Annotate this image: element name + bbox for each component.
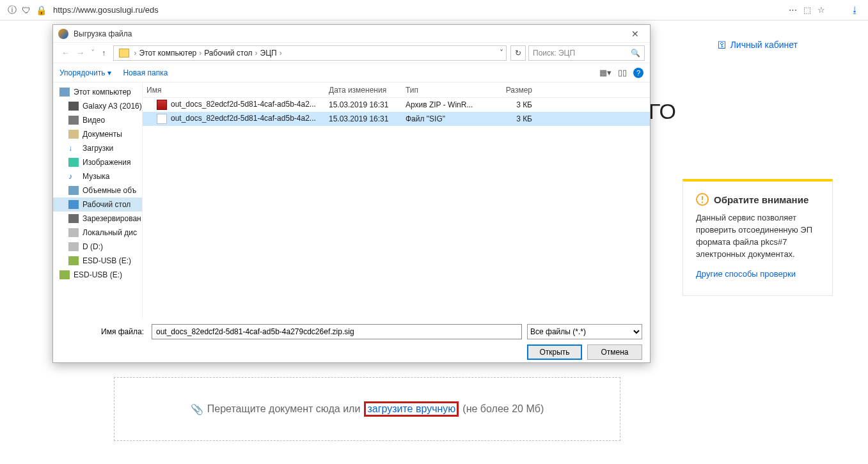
shield-icon[interactable]: 🛡 (22, 5, 31, 15)
info-body: Данный сервис позволяет проверить отсоед… (696, 212, 819, 260)
view-mode-button[interactable]: ▦▾ (599, 68, 612, 77)
tree-item[interactable]: Изображения (53, 155, 142, 169)
tree-item-label: ESD-USB (E:) (83, 256, 131, 265)
tree-item[interactable]: ESD-USB (E:) (53, 254, 142, 268)
pocket-icon[interactable]: ⬚ (803, 5, 811, 15)
dropzone-hint: (не более 20 Мб) (462, 403, 544, 415)
open-button[interactable]: Открыть (527, 344, 582, 360)
tree-item-icon (68, 256, 79, 265)
col-type: Тип (402, 86, 478, 95)
tree-item[interactable]: ESD-USB (E:) (53, 268, 142, 282)
tree-item-icon: ↓ (68, 144, 79, 153)
tree-item-label: Galaxy A3 (2016) (83, 102, 142, 111)
bookmark-icon[interactable]: ☆ (817, 5, 825, 15)
breadcrumb-seg[interactable]: Рабочий стол (204, 49, 252, 58)
tree-item[interactable]: Рабочий стол (53, 197, 142, 212)
page-fragment: ГО (649, 99, 676, 124)
refresh-button[interactable]: ↻ (510, 45, 526, 61)
dialog-pathbar: ← → ˅ ↑ › Этот компьютер › Рабочий стол … (53, 43, 650, 63)
file-list-area: Имя Дата изменения Тип Размер out_docs_8… (143, 82, 650, 319)
tree-item[interactable]: Объемные объ (53, 183, 142, 197)
help-button[interactable]: ? (633, 68, 643, 78)
breadcrumb[interactable]: › Этот компьютер › Рабочий стол › ЭЦП › … (113, 45, 507, 61)
file-row[interactable]: out_docs_82edcf2d-5d81-4caf-ad5b-4a2...1… (143, 98, 650, 112)
col-size: Размер (478, 86, 536, 95)
tree-item-label: ESD-USB (E:) (74, 270, 122, 279)
tree-item-label: Зарезервирован (83, 214, 141, 223)
lock-icon: 🔒 (36, 5, 47, 15)
tree-item-label: Локальный дис (83, 228, 137, 237)
download-icon[interactable]: ⭳ (851, 5, 859, 15)
new-folder-button[interactable]: Новая папка (123, 68, 168, 77)
tree-item-icon (68, 116, 79, 125)
up-button[interactable]: ↑ (99, 48, 109, 58)
back-button[interactable]: ← (58, 48, 73, 58)
tree-item[interactable]: Galaxy A3 (2016) (53, 99, 142, 113)
tree-item-icon (68, 158, 79, 167)
tree-item[interactable]: Зарезервирован (53, 212, 142, 226)
filename-label: Имя файла: (61, 327, 146, 336)
key-icon: ⚿ (718, 40, 727, 50)
tree-item-icon (68, 102, 79, 111)
tree-item[interactable]: Этот компьютер (53, 85, 142, 99)
tree-item[interactable]: ♪Музыка (53, 169, 142, 183)
url-input[interactable] (49, 5, 785, 15)
tree-item-icon (68, 242, 79, 251)
col-date: Дата изменения (325, 86, 402, 95)
tree-item-icon (68, 130, 79, 139)
warning-icon (696, 193, 709, 206)
account-link[interactable]: ⚿ Личный кабинет (718, 40, 798, 50)
filename-input[interactable] (152, 324, 522, 339)
recent-dropdown[interactable]: ˅ (88, 48, 99, 58)
tree-item-label: Документы (83, 130, 122, 139)
file-icon (157, 100, 167, 110)
tree-item-label: Изображения (83, 158, 130, 167)
breadcrumb-dropdown[interactable]: ˅ (500, 49, 503, 58)
forward-button: → (73, 48, 88, 58)
tree-item-label: Загрузки (83, 144, 113, 153)
cancel-button[interactable]: Отмена (587, 344, 642, 360)
tree-item-icon: ♪ (68, 172, 79, 181)
tree-item[interactable]: D (D:) (53, 240, 142, 254)
info-link[interactable]: Другие способы проверки (696, 269, 819, 279)
tree-item-label: D (D:) (83, 242, 103, 251)
info-icon[interactable]: ⓘ (8, 4, 17, 16)
tree-item-label: Рабочий стол (83, 200, 130, 209)
file-dropzone[interactable]: 📎 Перетащите документ сюда или загрузите… (114, 377, 620, 441)
breadcrumb-seg[interactable]: Этот компьютер (139, 49, 197, 58)
tree-item-icon (68, 186, 79, 195)
tree-item[interactable]: Видео (53, 113, 142, 127)
preview-toggle[interactable]: ▯▯ (618, 68, 627, 77)
dropzone-label: Перетащите документ сюда или (207, 403, 361, 415)
info-title: Обратите внимание (696, 193, 819, 206)
tree-item-icon (59, 270, 70, 279)
tree-item-label: Объемные объ (83, 186, 136, 195)
dialog-title: Выгрузка файла (74, 29, 626, 38)
column-headers[interactable]: Имя Дата изменения Тип Размер (143, 82, 650, 98)
folder-icon (119, 49, 129, 58)
dialog-footer: Имя файла: Все файлы (*.*) Открыть Отмен… (53, 319, 650, 367)
tree-item[interactable]: ↓Загрузки (53, 141, 142, 155)
tree-item[interactable]: Локальный дис (53, 226, 142, 240)
tree-item-label: Музыка (83, 172, 109, 181)
search-field[interactable]: Поиск: ЭЦП 🔍 (528, 45, 645, 61)
firefox-icon (58, 29, 68, 39)
tree-item-icon (68, 200, 79, 209)
close-button[interactable]: ✕ (626, 27, 645, 40)
tree-item-label: Этот компьютер (74, 88, 131, 97)
info-panel: Обратите внимание Данный сервис позволяе… (683, 179, 833, 296)
tree-item-icon (59, 88, 70, 97)
folder-tree[interactable]: Этот компьютерGalaxy A3 (2016)ВидеоДокум… (53, 82, 143, 319)
upload-link[interactable]: загрузите вручную (364, 401, 459, 417)
svg-point-2 (702, 201, 703, 203)
filter-select[interactable]: Все файлы (*.*) (527, 324, 642, 339)
tree-item[interactable]: Документы (53, 127, 142, 141)
breadcrumb-seg[interactable]: ЭЦП (260, 49, 277, 58)
dialog-toolbar: Упорядочить▾ Новая папка ▦▾ ▯▯ ? (53, 63, 650, 82)
more-icon[interactable]: ⋯ (789, 5, 797, 15)
search-icon: 🔍 (631, 49, 640, 58)
tree-item-icon (68, 214, 79, 223)
dialog-titlebar[interactable]: Выгрузка файла ✕ (53, 25, 650, 43)
file-row[interactable]: out_docs_82edcf2d-5d81-4caf-ad5b-4a2...1… (143, 112, 650, 126)
organize-menu[interactable]: Упорядочить▾ (59, 68, 111, 77)
